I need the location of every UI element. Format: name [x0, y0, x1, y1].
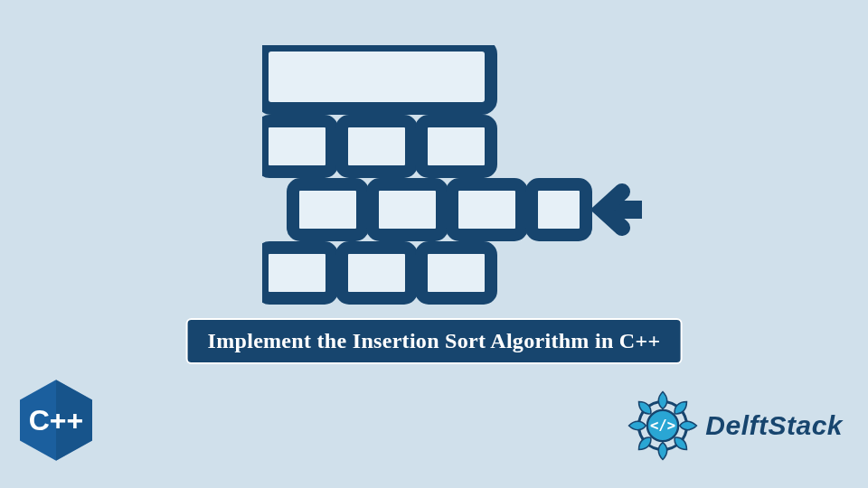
svg-rect-3 — [421, 121, 491, 172]
brand-name: DelftStack — [705, 410, 843, 441]
table-insert-icon — [262, 45, 642, 334]
arrow-left-icon-stroke — [602, 192, 642, 228]
brand-lockup: </> DelftStack — [627, 390, 843, 461]
brand-logo-icon: </> — [627, 390, 698, 461]
svg-rect-8 — [262, 248, 332, 298]
brand-logo-glyph: </> — [650, 418, 675, 434]
svg-rect-2 — [342, 121, 411, 172]
svg-rect-10 — [421, 248, 491, 298]
cpp-language-badge: C++ — [20, 380, 92, 461]
cpp-badge-label: C++ — [29, 404, 83, 436]
page-title: Implement the Insertion Sort Algorithm i… — [186, 318, 683, 364]
svg-rect-7 — [532, 184, 586, 235]
svg-rect-4 — [293, 184, 363, 235]
svg-rect-9 — [342, 248, 411, 298]
svg-rect-5 — [373, 184, 442, 235]
hero-illustration — [235, 45, 633, 325]
svg-rect-6 — [452, 184, 522, 235]
svg-rect-1 — [262, 121, 332, 172]
svg-rect-0 — [262, 45, 491, 108]
